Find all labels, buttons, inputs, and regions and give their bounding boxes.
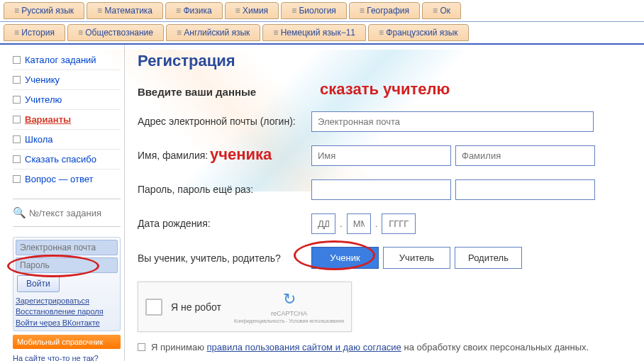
recaptcha-label: Я не робот xyxy=(171,301,226,313)
sidebar-item-catalog[interactable]: Каталог заданий xyxy=(13,50,121,70)
mobile-reference-button[interactable]: Мобильный справочник xyxy=(13,335,121,349)
name-row: Имя, фамилия: xyxy=(138,145,633,166)
sidebar: Каталог заданий Ученику Учителю Варианты… xyxy=(0,45,124,361)
password-input[interactable] xyxy=(311,179,451,200)
tab-english[interactable]: Английский язык xyxy=(166,24,260,41)
dob-label: Дата рождения: xyxy=(138,218,311,229)
password-row: Пароль, пароль ещё раз: xyxy=(138,179,633,200)
site-issue-link[interactable]: На сайте что-то не так? xyxy=(13,354,99,361)
tab-physics[interactable]: Физика xyxy=(165,2,223,19)
email-row: Адрес электронной почты (логин): xyxy=(138,111,633,132)
sidebar-item-student[interactable]: Ученику xyxy=(13,70,121,90)
checkbox-icon xyxy=(13,116,21,123)
tab-french[interactable]: Французский язык xyxy=(368,24,469,41)
email-label: Адрес электронной почты (логин): xyxy=(138,116,311,127)
role-label: Вы ученик, учитель, родитель? xyxy=(138,252,311,264)
section-label: Введите ваши данные xyxy=(138,86,633,98)
role-teacher-button[interactable]: Учитель xyxy=(383,247,450,269)
sidebar-item-qa[interactable]: Вопрос — ответ xyxy=(13,170,121,189)
consent-checkbox[interactable] xyxy=(138,343,145,351)
login-email-input[interactable] xyxy=(16,240,118,255)
checkbox-icon xyxy=(13,155,21,163)
main-content: Регистрация Введите ваши данные сказать … xyxy=(124,45,644,361)
password-confirm-input[interactable] xyxy=(455,179,595,200)
tab-math[interactable]: Математика xyxy=(87,2,163,19)
vk-login-link[interactable]: Войти через ВКонтакте xyxy=(16,318,118,328)
checkbox-icon xyxy=(13,76,21,84)
search-box: 🔍 xyxy=(13,199,121,219)
terms-link[interactable]: правила пользования сайтом и даю согласи… xyxy=(207,342,401,352)
checkbox-icon xyxy=(13,96,21,104)
email-input[interactable] xyxy=(311,111,594,132)
last-name-input[interactable] xyxy=(455,145,595,166)
tab-partial[interactable]: Ок xyxy=(422,2,461,19)
consent-row: Я принимаю правила пользования сайтом и … xyxy=(138,342,633,352)
tab-social[interactable]: Обществознание xyxy=(67,24,164,41)
login-panel: Войти Зарегистрироваться Восстановление … xyxy=(13,237,121,331)
dob-month-input[interactable] xyxy=(347,213,371,234)
role-row: Вы ученик, учитель, родитель? Ученик Учи… xyxy=(138,247,633,269)
dob-day-input[interactable] xyxy=(311,213,335,234)
recaptcha-icon: ↻ xyxy=(234,289,344,310)
login-button[interactable]: Войти xyxy=(17,275,60,292)
recaptcha[interactable]: Я не робот ↻ reCAPTCHA Конфиденциальност… xyxy=(138,282,352,332)
login-password-input[interactable] xyxy=(16,257,118,273)
checkbox-icon xyxy=(13,56,21,64)
subject-tabs-row2: История Обществознание Английский язык Н… xyxy=(0,22,644,45)
name-label: Имя, фамилия: xyxy=(138,150,311,161)
tab-history[interactable]: История xyxy=(4,24,65,41)
tab-chemistry[interactable]: Химия xyxy=(225,2,279,19)
recaptcha-logo: ↻ reCAPTCHA Конфиденциальность - Условия… xyxy=(234,289,344,324)
password-label: Пароль, пароль ещё раз: xyxy=(138,184,311,195)
tab-geography[interactable]: География xyxy=(349,2,420,19)
checkbox-icon xyxy=(13,135,21,143)
subject-tabs-row1: Русский язык Математика Физика Химия Био… xyxy=(0,0,644,22)
page-title: Регистрация xyxy=(138,52,633,70)
first-name-input[interactable] xyxy=(311,145,451,166)
sidebar-item-thanks[interactable]: Сказать спасибо xyxy=(13,150,121,170)
role-student-button[interactable]: Ученик xyxy=(311,247,379,269)
tab-russian[interactable]: Русский язык xyxy=(4,2,84,19)
recaptcha-checkbox[interactable] xyxy=(145,299,162,316)
restore-password-link[interactable]: Восстановление пароля xyxy=(16,306,118,317)
tab-biology[interactable]: Биология xyxy=(281,2,347,19)
checkbox-icon xyxy=(13,175,21,183)
search-icon: 🔍 xyxy=(13,206,26,219)
footer-text: На сайте что-то не так? Отключите адблок xyxy=(13,353,121,361)
sidebar-item-school[interactable]: Школа xyxy=(13,130,121,150)
tab-german[interactable]: Немецкий язык−11 xyxy=(262,24,366,41)
dob-row: Дата рождения: . . xyxy=(138,213,633,234)
search-input[interactable] xyxy=(29,208,121,218)
register-link[interactable]: Зарегистрироваться xyxy=(16,296,118,306)
sidebar-item-variants[interactable]: Варианты xyxy=(13,110,121,130)
sidebar-item-teacher[interactable]: Учителю xyxy=(13,90,121,110)
role-parent-button[interactable]: Родитель xyxy=(455,247,522,269)
dob-year-input[interactable] xyxy=(382,213,416,234)
